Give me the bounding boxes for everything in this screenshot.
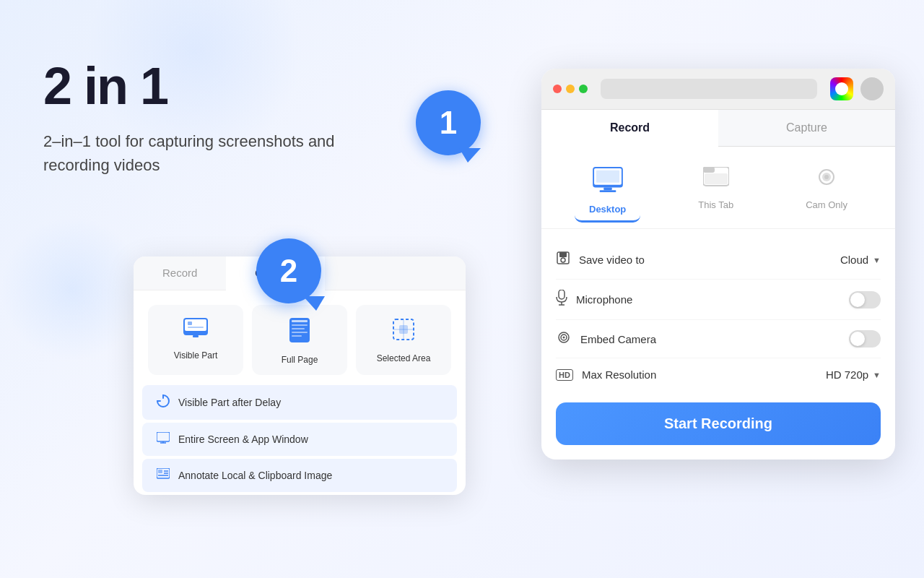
option-visible-part[interactable]: Visible Part — [148, 305, 243, 375]
visible-part-icon — [183, 318, 208, 343]
record-panel: Record Capture Desktop — [541, 69, 895, 460]
max-resolution-label: Max Resolution — [582, 368, 656, 381]
url-bar[interactable] — [601, 79, 817, 99]
microphone-icon — [556, 290, 567, 309]
cam-only-source-icon — [814, 167, 840, 194]
dot-maximize[interactable] — [579, 85, 588, 93]
svg-rect-37 — [559, 290, 565, 299]
selected-area-icon — [392, 318, 415, 346]
max-resolution-icon: HD — [556, 369, 573, 381]
save-video-icon — [556, 251, 570, 269]
svg-rect-25 — [603, 187, 611, 190]
list-item-entire-screen[interactable]: Entire Screen & App Window — [142, 423, 457, 456]
source-tab-this-tab[interactable]: This Tab — [684, 161, 748, 223]
annotate-icon — [157, 468, 170, 483]
desktop-source-icon — [593, 167, 623, 198]
app-icon — [830, 77, 853, 100]
microphone-toggle[interactable] — [849, 291, 881, 309]
save-video-arrow: ▼ — [873, 256, 881, 264]
settings-list: Save video to Cloud ▼ Microphone — [541, 229, 895, 402]
this-tab-source-label: This Tab — [698, 199, 733, 210]
list-item-annotate[interactable]: Annotate Local & Clipboard Image — [142, 459, 457, 492]
list-item-visible-delay[interactable]: Visible Part after Delay — [142, 385, 457, 420]
start-recording-button[interactable]: Start Recording — [556, 402, 881, 445]
selected-area-label: Selected Area — [377, 353, 431, 363]
svg-rect-10 — [292, 335, 302, 337]
svg-rect-1 — [185, 319, 206, 331]
option-selected-area[interactable]: Selected Area — [356, 305, 451, 375]
tab-capture[interactable]: Capture — [718, 110, 895, 147]
svg-rect-14 — [399, 325, 408, 334]
svg-rect-15 — [157, 432, 170, 441]
visible-part-label: Visible Part — [174, 350, 217, 361]
annotate-label: Annotate Local & Clipboard Image — [178, 470, 332, 481]
left-panel: 2 in 1 2–in–1 tool for capturing screens… — [43, 58, 448, 213]
full-page-label: Full Page — [282, 355, 318, 365]
save-video-dropdown[interactable]: Cloud ▼ — [840, 254, 881, 266]
embed-camera-label: Embed Camera — [580, 333, 656, 345]
setting-save-video: Save video to Cloud ▼ — [556, 241, 881, 280]
svg-rect-8 — [292, 328, 305, 329]
svg-rect-27 — [596, 171, 619, 183]
window-dots — [553, 85, 588, 93]
microphone-label: Microphone — [576, 293, 632, 306]
badge-2-circle: 2 — [256, 238, 321, 303]
max-resolution-dropdown[interactable]: HD 720p ▼ — [826, 368, 881, 381]
tab-record[interactable]: Record — [541, 110, 718, 147]
cam-only-source-label: Cam Only — [806, 199, 847, 210]
svg-rect-30 — [705, 173, 728, 184]
svg-rect-2 — [188, 322, 192, 325]
svg-point-33 — [824, 175, 829, 179]
svg-rect-6 — [292, 320, 308, 322]
desktop-source-label: Desktop — [589, 204, 626, 215]
option-full-page[interactable]: Full Page — [252, 305, 347, 375]
source-tab-desktop[interactable]: Desktop — [575, 161, 640, 223]
svg-rect-26 — [599, 190, 616, 192]
headline: 2 in 1 — [43, 58, 448, 115]
badge-1-circle: 1 — [416, 90, 481, 155]
source-tab-bar: Desktop This Tab Cam Only — [541, 147, 895, 229]
svg-rect-35 — [559, 252, 567, 257]
main-tab-bar: Record Capture — [541, 110, 895, 147]
svg-point-42 — [563, 336, 565, 338]
svg-rect-29 — [703, 167, 715, 173]
setting-microphone: Microphone — [556, 280, 881, 320]
dot-close[interactable] — [553, 85, 562, 93]
svg-rect-9 — [292, 332, 308, 333]
embed-camera-icon — [556, 331, 572, 348]
this-tab-source-icon — [703, 167, 729, 194]
dot-minimize[interactable] — [566, 85, 575, 93]
capture-options-grid: Visible Part Full Page — [134, 290, 466, 382]
max-resolution-arrow: ▼ — [873, 371, 881, 379]
capture-tab-record[interactable]: Record — [134, 256, 226, 290]
svg-rect-7 — [292, 324, 308, 326]
entire-screen-icon — [157, 432, 170, 447]
window-chrome — [541, 69, 895, 110]
visible-delay-icon — [157, 394, 170, 410]
setting-embed-camera: Embed Camera — [556, 320, 881, 358]
visible-delay-label: Visible Part after Delay — [178, 397, 281, 408]
save-video-label: Save video to — [579, 254, 645, 266]
svg-rect-3 — [188, 327, 204, 328]
user-avatar — [860, 77, 884, 100]
source-tab-cam-only[interactable]: Cam Only — [791, 161, 862, 223]
entire-screen-label: Entire Screen & App Window — [178, 434, 308, 445]
svg-rect-36 — [561, 258, 565, 262]
full-page-icon — [289, 318, 310, 348]
svg-rect-19 — [158, 470, 162, 473]
svg-rect-4 — [193, 335, 199, 337]
subtitle: 2–in–1 tool for capturing screenshots an… — [43, 129, 346, 177]
setting-max-resolution: HD Max Resolution HD 720p ▼ — [556, 358, 881, 391]
embed-camera-toggle[interactable] — [849, 330, 881, 348]
